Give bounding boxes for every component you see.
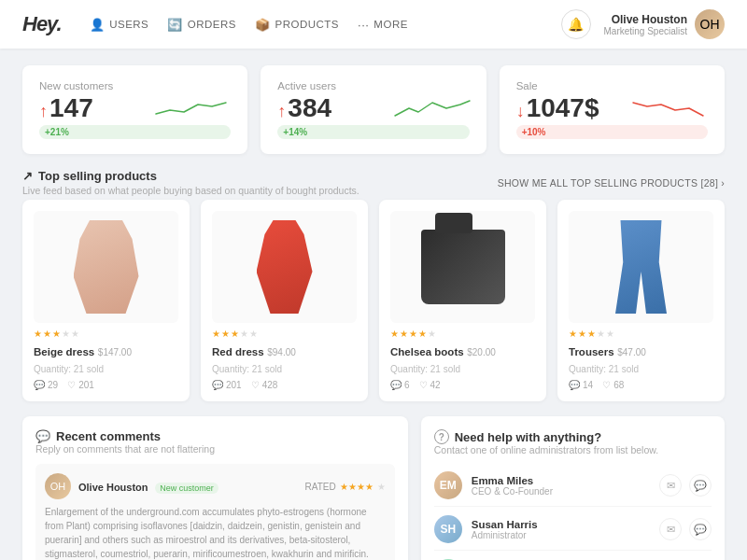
comment-text: Enlargement of the underground.com accum… [45, 505, 386, 560]
product-name-red-dress: Red dress [212, 346, 264, 357]
product-image-trousers [569, 211, 713, 323]
comment-username: Olive Houston [78, 482, 148, 493]
chat-button-emma[interactable]: 💬 [689, 474, 712, 497]
chevron-right-icon: › [721, 177, 725, 189]
product-meta-boots: 💬 6 ♡ 42 [390, 380, 535, 390]
stat-value-row-0: ↑147 [39, 95, 231, 121]
stat-label-active-users: Active users [277, 80, 469, 91]
comments-section: 💬 Recent comments Reply on comments that… [22, 416, 408, 560]
user-name: Olive Houston [604, 13, 687, 26]
product-qty-boots: Quantity: 21 sold [390, 364, 535, 374]
section-header-products: ↗ Top selling products Live feed based o… [22, 169, 725, 196]
product-card-beige-dress[interactable]: ★★★★★ Beige dress $147.00 Quantity: 21 s… [22, 200, 190, 401]
heart-icon-boots: ♡ [419, 380, 428, 390]
like-count-boots: ♡ 42 [419, 380, 441, 390]
section-title-comments: 💬 Recent comments [35, 429, 395, 443]
avatar-emma: EM [434, 471, 462, 499]
nav-orders[interactable]: 🔄 ORDERS [167, 18, 236, 32]
comment-count-red: 💬 201 [212, 380, 242, 390]
product-qty-trousers: Quantity: 21 sold [569, 364, 713, 374]
stat-chart-0 [156, 95, 231, 121]
person-role-susan: Administrator [472, 530, 650, 540]
like-count-trousers: ♡ 68 [602, 380, 624, 390]
stat-card-new-customers: New customers ↑147 +21% [22, 65, 247, 154]
trending-icon: ↗ [22, 169, 33, 183]
product-name-beige-dress: Beige dress [34, 346, 94, 357]
nav-users[interactable]: 👤 USERS [90, 18, 149, 32]
section-subtitle-comments: Reply on comments that are not flatterin… [35, 443, 395, 455]
comment-avatar: OH [45, 473, 71, 499]
stat-chart-2 [633, 95, 708, 121]
comment-new-customer-tag: New customer [155, 483, 218, 494]
chat-button-susan[interactable]: 💬 [689, 518, 712, 540]
product-price-beige-dress: $147.00 [98, 347, 132, 357]
nav-products-label: PRODUCTS [275, 19, 339, 30]
avatar-initials: OH [700, 17, 720, 32]
comment-count-beige: 💬 29 [34, 380, 58, 390]
users-icon: 👤 [90, 18, 106, 32]
stat-value-new-customers: ↑147 [39, 95, 93, 121]
comment-section-icon: 💬 [35, 429, 50, 443]
help-person-susan: SH Susan Harris Administrator ✉ 💬 [434, 509, 712, 551]
email-button-emma[interactable]: ✉ [659, 474, 682, 497]
stat-card-active-users: Active users ↑384 +14% [261, 65, 486, 154]
nav: 👤 USERS 🔄 ORDERS 📦 PRODUCTS ··· MORE [90, 18, 561, 32]
user-role: Marketing Specialist [604, 26, 687, 36]
product-meta-trousers: 💬 14 ♡ 68 [569, 380, 713, 390]
products-grid: ★★★★★ Beige dress $147.00 Quantity: 21 s… [22, 200, 725, 401]
person-actions-emma: ✉ 💬 [659, 474, 712, 497]
main-content: New customers ↑147 +21% [0, 49, 747, 560]
dress-red-shape [257, 220, 313, 314]
stat-prefix-0: ↑ [39, 102, 48, 120]
avatar: OH [695, 9, 725, 39]
product-name-trousers: Trousers [569, 346, 614, 357]
heart-icon-beige: ♡ [67, 380, 76, 390]
trousers-blue-shape [615, 220, 667, 314]
section-subtitle-products: Live feed based on what people buying ba… [22, 185, 359, 196]
nav-products[interactable]: 📦 PRODUCTS [255, 18, 339, 32]
more-icon: ··· [358, 18, 369, 32]
product-price-red-dress: $94.00 [267, 347, 296, 357]
header: Hey. 👤 USERS 🔄 ORDERS 📦 PRODUCTS ··· MOR… [0, 0, 747, 49]
product-card-red-dress[interactable]: ★★★★★ Red dress $94.00 Quantity: 21 sold… [201, 200, 368, 401]
comment-header: OH Olive Houston New customer RATED ★★★★… [45, 473, 386, 499]
product-qty-beige-dress: Quantity: 21 sold [34, 364, 178, 374]
comment-count-trousers: 💬 14 [569, 380, 593, 390]
product-image-red-dress [212, 211, 357, 323]
product-qty-red-dress: Quantity: 21 sold [212, 364, 357, 374]
stat-label-new-customers: New customers [39, 80, 231, 91]
stat-badge-new-customers: +21% [39, 125, 231, 139]
help-person-emma: EM Emma Miles CEO & Co-Founder ✉ 💬 [434, 465, 712, 507]
product-image-beige-dress [34, 211, 178, 323]
nav-more[interactable]: ··· MORE [358, 18, 408, 32]
section-title-block-products: ↗ Top selling products Live feed based o… [22, 169, 359, 196]
email-button-susan[interactable]: ✉ [659, 518, 682, 540]
product-meta-red-dress: 💬 201 ♡ 428 [212, 380, 357, 390]
stat-badge-sale: +10% [516, 125, 708, 139]
stat-card-sale: Sale ↓1047$ +10% [500, 65, 725, 154]
person-name-emma: Emma Miles [472, 475, 650, 486]
stars-beige-dress: ★★★★★ [34, 329, 178, 339]
comment-card: OH Olive Houston New customer RATED ★★★★… [35, 464, 395, 560]
stat-prefix-2: ↓ [516, 102, 525, 120]
notification-button[interactable]: 🔔 [561, 9, 591, 39]
show-all-link[interactable]: SHOW ME ALL TOP SELLING PRODUCTS [28] › [498, 177, 725, 189]
avatar-susan: SH [434, 515, 462, 543]
rated-row: RATED ★★★★★ [305, 482, 386, 492]
like-count-beige: ♡ 201 [67, 380, 94, 390]
help-section: ? Need help with anything? Contact one o… [421, 416, 725, 560]
product-image-boots [390, 211, 535, 323]
comment-icon-beige: 💬 [34, 380, 45, 390]
product-card-boots[interactable]: ★★★★★ Chelsea boots $20.00 Quantity: 21 … [379, 200, 546, 401]
product-price-trousers: $47.00 [617, 347, 646, 357]
user-menu[interactable]: Olive Houston Marketing Specialist OH [604, 9, 725, 39]
product-card-trousers[interactable]: ★★★★★ Trousers $47.00 Quantity: 21 sold … [557, 200, 725, 401]
nav-orders-label: ORDERS [188, 19, 236, 30]
boots-black-shape [421, 230, 505, 304]
logo: Hey. [22, 12, 62, 36]
rated-label: RATED [305, 482, 336, 492]
stars-trousers: ★★★★★ [569, 329, 713, 339]
comment-count-boots: 💬 6 [390, 380, 410, 390]
comment-icon-trousers: 💬 [569, 380, 580, 390]
header-right: 🔔 Olive Houston Marketing Specialist OH [561, 9, 725, 39]
